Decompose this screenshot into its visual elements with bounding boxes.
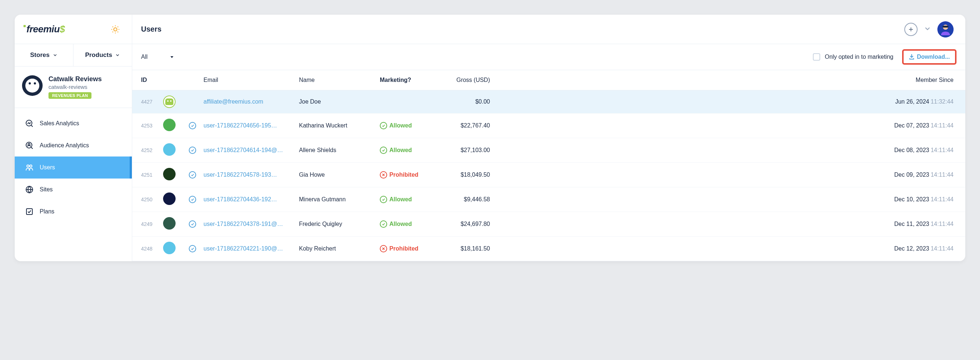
add-button[interactable]	[904, 23, 918, 36]
layout: Stores Products Catwalk Reviews catwalk-…	[15, 44, 965, 261]
table-row[interactable]: 4252user-1718622704614-194@…Allene Shiel…	[132, 138, 965, 163]
table-row[interactable]: 4251user-1718622704578-193…Gia HoweProhi…	[132, 163, 965, 187]
header-member[interactable]: Member Since	[490, 77, 956, 83]
table-row[interactable]: 4427affiliate@freemius.comJoe Doe$0.00Ju…	[132, 90, 965, 113]
cell-email[interactable]: user-1718622704578-193…	[204, 172, 299, 178]
sidebar-item-label: Audience Analytics	[40, 142, 89, 149]
app-container: freemiu$ Users Stores	[15, 15, 965, 261]
cell-email[interactable]: user-1718622704221-190@…	[204, 245, 299, 252]
cell-member: Dec 11, 202314:11:44	[490, 221, 956, 228]
sidebar-item-plans[interactable]: Plans	[15, 201, 132, 223]
products-dropdown[interactable]: Products	[73, 44, 132, 66]
table-row[interactable]: 4253user-1718622704656-195…Katharina Wuc…	[132, 113, 965, 138]
header-right	[904, 21, 965, 37]
check-icon	[380, 147, 387, 154]
cell-id: 4250	[141, 196, 163, 202]
cell-marketing: Prohibited	[380, 245, 442, 252]
user-avatar-icon	[163, 193, 176, 205]
logo-text: freemiu$	[27, 24, 65, 35]
cell-time: 14:11:44	[931, 122, 953, 129]
cell-gross: $27,103.00	[442, 147, 490, 153]
cell-avatar	[163, 217, 189, 231]
svg-line-3	[112, 27, 113, 27]
marketing-status: Prohibited	[389, 172, 418, 178]
cell-name: Allene Shields	[299, 147, 380, 153]
cell-avatar	[163, 143, 189, 157]
sidebar-item-label: Sites	[40, 186, 53, 193]
svg-line-18	[31, 147, 33, 149]
cell-email[interactable]: user-1718622704378-191@…	[204, 221, 299, 228]
logo[interactable]: freemiu$	[27, 24, 65, 35]
stores-dropdown[interactable]: Stores	[15, 44, 73, 66]
user-avatar[interactable]	[937, 21, 953, 37]
cell-member: Dec 09, 202314:11:44	[490, 172, 956, 178]
cell-time: 14:11:44	[931, 196, 953, 202]
users-table: ID Email Name Marketing? Gross (USD) Mem…	[132, 70, 965, 261]
svg-line-8	[118, 27, 118, 27]
cell-time: 14:11:44	[931, 172, 953, 178]
svg-point-0	[114, 27, 117, 31]
cell-verify	[189, 245, 204, 252]
user-avatar-icon	[163, 242, 176, 254]
cell-avatar	[163, 242, 189, 256]
cell-email[interactable]: affiliate@freemius.com	[204, 99, 299, 105]
download-label: Download...	[917, 54, 950, 60]
verified-icon	[189, 220, 196, 228]
user-avatar-icon	[163, 143, 176, 156]
table-row[interactable]: 4250user-1718622704436-192…Minerva Gutma…	[132, 187, 965, 212]
cell-email[interactable]: user-1718622704436-192…	[204, 196, 299, 203]
svg-rect-13	[943, 26, 948, 27]
sidebar-item-label: Sales Analytics	[40, 120, 80, 127]
page-title: Users	[132, 25, 904, 33]
download-button[interactable]: Download...	[902, 49, 956, 65]
cell-time: 14:11:44	[931, 245, 953, 252]
header-dropdown[interactable]	[923, 25, 932, 34]
user-avatar-icon	[163, 119, 176, 131]
sidebar-item-sales-analytics[interactable]: Sales Analytics	[15, 112, 132, 134]
cell-member: Dec 10, 202314:11:44	[490, 196, 956, 203]
sidebar: Stores Products Catwalk Reviews catwalk-…	[15, 44, 132, 261]
cell-avatar	[163, 96, 189, 108]
nav-menu: Sales AnalyticsAudience AnalyticsUsersSi…	[15, 108, 132, 227]
product-info: Catwalk Reviews catwalk-reviews REVENUES…	[48, 75, 124, 99]
theme-toggle-button[interactable]	[111, 25, 120, 34]
filter-dropdown[interactable]: All	[141, 54, 174, 60]
header-email[interactable]: Email	[204, 77, 299, 83]
plus-icon	[908, 26, 914, 33]
check-icon	[380, 220, 387, 228]
cell-member: Jun 26, 202411:32:44	[490, 99, 956, 105]
cell-email[interactable]: user-1718622704656-195…	[204, 122, 299, 129]
cell-name: Minerva Gutmann	[299, 196, 380, 203]
chevron-down-icon	[52, 53, 58, 58]
sidebar-item-audience-analytics[interactable]: Audience Analytics	[15, 134, 132, 156]
header-id[interactable]: ID	[141, 77, 163, 83]
cell-gross: $9,446.58	[442, 196, 490, 203]
header-gross[interactable]: Gross (USD)	[442, 77, 490, 83]
table-row[interactable]: 4249user-1718622704378-191@…Frederic Qui…	[132, 212, 965, 237]
marketing-checkbox[interactable]	[813, 53, 820, 61]
sidebar-item-users[interactable]: Users	[15, 156, 132, 178]
table-row[interactable]: 4248user-1718622704221-190@…Koby Reicher…	[132, 237, 965, 261]
cell-verify	[189, 171, 204, 178]
cell-name: Frederic Quigley	[299, 221, 380, 228]
user-avatar-icon	[163, 168, 176, 180]
marketing-status: Allowed	[389, 147, 412, 153]
header-name[interactable]: Name	[299, 77, 380, 83]
cell-id: 4427	[141, 99, 163, 105]
cell-time: 14:11:44	[931, 147, 953, 153]
x-icon	[380, 171, 387, 178]
sidebar-item-label: Users	[40, 164, 55, 171]
cell-gross: $0.00	[442, 99, 490, 105]
plans-icon	[25, 207, 34, 216]
svg-line-4	[118, 32, 118, 32]
verified-icon	[189, 147, 196, 154]
cell-avatar	[163, 168, 189, 182]
cell-avatar	[163, 193, 189, 207]
product-slug: catwalk-reviews	[48, 84, 124, 90]
cell-email[interactable]: user-1718622704614-194@…	[204, 147, 299, 153]
header-marketing[interactable]: Marketing?	[380, 77, 442, 83]
svg-point-19	[27, 165, 29, 167]
globe-icon	[25, 185, 34, 194]
cell-marketing: Allowed	[380, 196, 442, 203]
sidebar-item-sites[interactable]: Sites	[15, 178, 132, 201]
